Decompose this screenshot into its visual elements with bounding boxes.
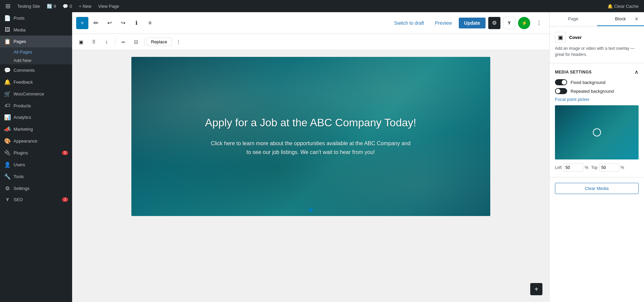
focal-point-preview[interactable] (555, 105, 639, 159)
cover-block[interactable]: Apply for a Job at the ABC Company Today… (131, 57, 490, 216)
settings-sidebar-icon: ⚙ (4, 185, 11, 192)
sidebar-item-tools[interactable]: 🔧 Tools (0, 171, 72, 182)
users-icon: 👤 (4, 161, 11, 168)
media-icon: 🖼 (4, 27, 11, 33)
sidebar-item-products[interactable]: 🏷 Products (0, 100, 72, 111)
sidebar-item-settings[interactable]: ⚙ Settings (0, 182, 72, 194)
marketing-icon: 📣 (4, 126, 11, 132)
pages-icon: 📋 (4, 38, 11, 45)
tools-icon: 🔧 (4, 173, 11, 180)
undo-button[interactable]: ↩ (103, 17, 115, 29)
move-icon: ↕ (106, 39, 108, 45)
seo-icon: Y (4, 197, 11, 202)
repeated-background-toggle[interactable] (555, 88, 567, 94)
top-label: Top (591, 165, 598, 170)
align-btn[interactable]: ═ (117, 36, 129, 48)
feedback-icon: 🔔 (4, 79, 11, 85)
drag-icon: ⠿ (92, 39, 95, 45)
updates-link[interactable]: 🔄 9 (44, 0, 59, 12)
fixed-background-label: Fixed background (571, 80, 605, 85)
left-input-group: Left % (555, 164, 588, 172)
view-page-link[interactable]: View Page (95, 0, 122, 12)
block-info-section: ▣ Cover Add an image or video with a tex… (550, 26, 644, 63)
sidebar-all-pages[interactable]: All Pages (0, 47, 72, 57)
left-percent-sign: % (585, 165, 588, 170)
sidebar-item-posts[interactable]: 📄 Posts (0, 12, 72, 24)
performance-button[interactable]: ⚡ (518, 17, 530, 29)
comments-icon: 💬 (63, 4, 68, 9)
panel-close-button[interactable]: × (632, 15, 641, 24)
lightning-icon: ⚡ (521, 20, 527, 26)
top-input[interactable] (599, 164, 619, 172)
sidebar-item-seo[interactable]: Y SEO 3 (0, 194, 72, 205)
tab-page[interactable]: Page (550, 12, 597, 26)
sidebar-add-new[interactable]: Add New (0, 57, 72, 64)
cover-subtitle[interactable]: Click here to learn more about the oppor… (209, 139, 412, 156)
editor-area: + ✏ ↩ ↪ ℹ ≡ Switch to draft Preview Upda… (72, 12, 549, 302)
cover-block-icon: ▣ (558, 34, 563, 41)
sidebar: 📄 Posts 🖼 Media 📋 Pages All Pages Add Ne… (0, 12, 72, 302)
sidebar-item-pages[interactable]: 📋 Pages (0, 36, 72, 47)
focal-point-marker[interactable] (593, 128, 601, 136)
toolbar-right: Switch to draft Preview Update ⚙ Y ⚡ ⋮ (390, 17, 545, 29)
fixed-background-toggle[interactable] (555, 79, 567, 85)
sidebar-item-feedback[interactable]: 🔔 Feedback (0, 76, 72, 88)
details-button[interactable]: ℹ (130, 17, 143, 29)
appearance-icon: 🎨 (4, 138, 11, 144)
repeated-background-label: Repeated background (571, 89, 614, 94)
cover-block-icon-btn[interactable]: ▣ (75, 36, 87, 48)
plugins-badge: 5 (62, 151, 68, 155)
preview-button[interactable]: Preview (431, 18, 456, 28)
sidebar-item-users[interactable]: 👤 Users (0, 159, 72, 171)
updates-icon: 🔄 (47, 4, 52, 9)
redo-button[interactable]: ↪ (117, 17, 129, 29)
switch-to-draft-button[interactable]: Switch to draft (390, 18, 428, 28)
admin-bar-right: 🔔 Clear Cache (605, 4, 641, 9)
wide-width-btn[interactable]: ⊡ (130, 36, 142, 48)
update-button[interactable]: Update (459, 18, 486, 28)
undo-icon: ↩ (107, 20, 112, 26)
pages-submenu: All Pages Add New (0, 47, 72, 64)
comments-link[interactable]: 💬 0 (60, 0, 74, 12)
drag-handle-btn[interactable]: ⠿ (88, 36, 100, 48)
sidebar-item-analytics[interactable]: 📊 Analytics (0, 111, 72, 123)
tools-button[interactable]: ✏ (90, 17, 102, 29)
sidebar-item-media[interactable]: 🖼 Media (0, 24, 72, 36)
left-input[interactable] (563, 164, 583, 172)
yoast-button[interactable]: Y (503, 17, 515, 29)
collapse-icon[interactable]: ∧ (635, 69, 639, 75)
panel-tabs: Page Block × (550, 12, 644, 26)
yoast-icon: Y (508, 21, 511, 25)
fixed-background-row: Fixed background (555, 79, 639, 85)
right-panel: Page Block × ▣ Cover Add an image or vid… (549, 12, 644, 302)
clear-media-button[interactable]: Clear Media (555, 183, 639, 194)
repeated-background-row: Repeated background (555, 88, 639, 94)
main-layout: 📄 Posts 🖼 Media 📋 Pages All Pages Add Ne… (0, 12, 644, 302)
sidebar-item-comments[interactable]: 💬 Comments (0, 64, 72, 76)
clear-cache-btn[interactable]: 🔔 Clear Cache (605, 4, 641, 9)
toolbar-separator-1 (115, 38, 115, 46)
move-up-down-btn[interactable]: ↕ (101, 36, 113, 48)
new-link[interactable]: + New (76, 0, 94, 12)
left-label: Left (555, 165, 562, 170)
cover-title[interactable]: Apply for a Job at the ABC Company Today… (205, 116, 416, 129)
block-description: Add an image or video with a text overla… (555, 45, 639, 58)
notification-icon: 🔔 (607, 4, 613, 9)
more-options-button[interactable]: ⋮ (533, 17, 545, 29)
list-icon: ≡ (148, 20, 151, 26)
settings-button[interactable]: ⚙ (488, 17, 500, 29)
sidebar-item-marketing[interactable]: 📣 Marketing (0, 123, 72, 135)
block-more-options-btn[interactable]: ⋮ (172, 36, 185, 48)
sidebar-item-appearance[interactable]: 🎨 Appearance (0, 135, 72, 147)
site-name-link[interactable]: Testing Site (15, 0, 43, 12)
editor-toolbar: + ✏ ↩ ↪ ℹ ≡ Switch to draft Preview Upda… (72, 12, 549, 34)
add-block-button[interactable]: + (76, 17, 88, 29)
list-view-button[interactable]: ≡ (144, 17, 156, 29)
replace-button[interactable]: Replace (147, 38, 172, 46)
sidebar-item-woocommerce[interactable]: 🛒 WooCommerce (0, 88, 72, 100)
add-block-below-button[interactable]: + (530, 283, 542, 295)
focal-point-label[interactable]: Focal point picker (555, 97, 639, 102)
wide-icon: ⊡ (134, 39, 138, 45)
wp-logo[interactable]: ⊞ (3, 0, 13, 12)
sidebar-item-plugins[interactable]: 🔌 Plugins 5 (0, 147, 72, 159)
